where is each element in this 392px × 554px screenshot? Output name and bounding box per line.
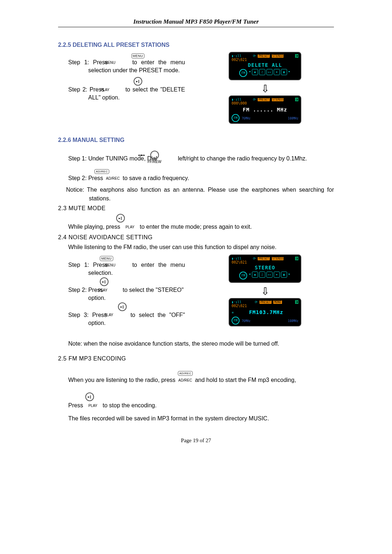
heading-225: 2.2.5 DELETING ALL PRESET STATIONS xyxy=(58,42,334,48)
play-icon-23: ▸‖ xyxy=(116,214,125,223)
menu-icon: MENU xyxy=(131,53,145,58)
adrec-box-icon: AD/REC xyxy=(94,169,109,174)
lcd-stereo: ▮◦ıll⟳ PRESET STEREO◨ 002\021 STEREO FM◂… xyxy=(229,254,301,283)
play-icon-24-2: ▸‖ xyxy=(118,302,127,311)
s226-notice: Notice: The earphons also function as an… xyxy=(66,186,334,203)
s23-b: to enter the mute mode; press again to e… xyxy=(140,224,252,230)
s25-2b: to stop the encoding. xyxy=(103,402,157,408)
play-icon-24-1: ▸‖ xyxy=(100,277,109,286)
s24-step1a: Step 1: Press xyxy=(68,262,108,268)
s225-step1a: Step 1: Press xyxy=(68,59,108,65)
s25-1a: When you are listening to the radio, pre… xyxy=(68,377,175,383)
s25-2a: Press xyxy=(68,402,83,408)
section-225-screens: ▮◦ıll⟳ PRESET STEREO◨ 002\021 DELETE ALL… xyxy=(196,52,334,126)
menu-label: MENU xyxy=(112,61,128,65)
s24-step3a: Step 3: Press xyxy=(68,312,107,318)
play-label-25: PLAY xyxy=(85,404,101,408)
s25-1b: and hold to start the FM mp3 encoding, xyxy=(195,377,296,383)
play-label-24-1: PLAY xyxy=(105,289,121,292)
s225-step2a: Step 2: Press xyxy=(68,86,105,93)
section-24-text: MENU Step 1: Press MENU to enter the men… xyxy=(58,254,185,327)
adrec-label-2: AD/REC xyxy=(177,379,193,382)
s24-note: Note: when the noise avoidance function … xyxy=(68,339,334,348)
heading-24: 2.4 NOISE AVOIDANCE SETTING xyxy=(58,234,334,241)
lcd-delete-all: ▮◦ıll⟳ PRESET STEREO◨ 002\021 DELETE ALL… xyxy=(229,52,301,80)
ffrew-icon: ◂◂▸▸ xyxy=(150,151,159,159)
arrow-down-icon: ⇩ xyxy=(196,84,334,94)
menu-label-24: MENU xyxy=(112,264,128,267)
play-icon-25: ▸‖ xyxy=(85,392,94,401)
play-label-24-2: PLAY xyxy=(111,313,127,317)
play-label: PLAY xyxy=(107,88,123,92)
s24-step2a: Step 2: Press xyxy=(68,287,103,293)
adrec-label: AD/REC xyxy=(105,177,121,180)
page-header: Instruction Manual MP3 F850 Player/FM Tu… xyxy=(58,18,334,27)
play-icon: ▸‖ xyxy=(134,77,142,86)
lcd-fm-blank: ▮◦ıll⟳ PRESET STEREO◨ 000\000 FM ...... … xyxy=(229,95,301,124)
section-225-text: MENU Step 1: Press MENU to enter the men… xyxy=(58,52,185,102)
s25-footer-line: The files recorded will be saved in MP3 … xyxy=(68,414,334,423)
ffrew-label: FF/REW xyxy=(159,160,176,164)
s23-a: While playing, press xyxy=(68,224,120,230)
s226-step2a: Step 2: Press xyxy=(68,175,103,181)
heading-25: 2.5 FM MP3 ENCODING xyxy=(58,355,334,362)
s226-step1b: left/right to change the radio frequency… xyxy=(178,155,307,162)
s24-intro: While listening to the FM radio, the use… xyxy=(68,243,334,252)
play-label-23: PLAY xyxy=(122,225,138,229)
arrow-down-icon-2: ⇩ xyxy=(196,286,334,297)
page-footer: Page 19 of 27 xyxy=(58,437,334,444)
s226-step2b: to save a radio frequency. xyxy=(123,175,189,181)
heading-226: 2.2.6 MANUAL SETTING xyxy=(58,137,334,143)
lcd-fm-freq: ▮◦ıll⟳ PRESET MONO◨ 002\021 ✳FM103.7MHz … xyxy=(229,298,301,326)
heading-23: 2.3 MUTE MODE xyxy=(58,205,334,212)
adrec-box-icon-2: AD/REC xyxy=(178,371,193,376)
menu-icon-24: MENU xyxy=(100,256,113,261)
section-24-screens: ▮◦ıll⟳ PRESET STEREO◨ 002\021 STEREO FM◂… xyxy=(196,254,334,329)
